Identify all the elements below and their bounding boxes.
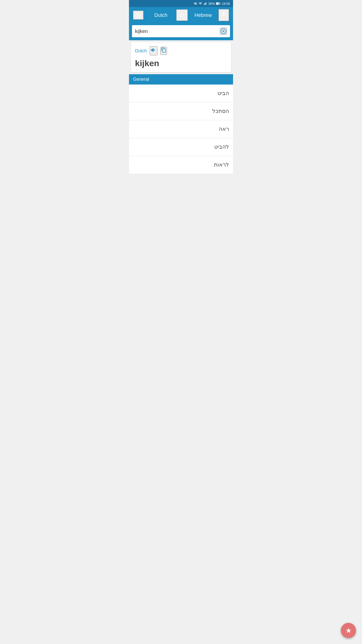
clear-button[interactable] [220, 28, 227, 35]
translation-item[interactable]: הביט [129, 85, 233, 102]
translation-item[interactable]: ראה [129, 120, 233, 138]
section-header: General [129, 74, 233, 85]
mic-icon [221, 12, 227, 17]
section-title: General [133, 77, 149, 82]
swap-languages-button[interactable] [176, 9, 188, 21]
svg-rect-2 [220, 3, 220, 4]
clear-icon [220, 28, 227, 34]
copy-icon [161, 47, 166, 53]
hamburger-button[interactable] [133, 11, 144, 20]
listen-button[interactable] [150, 46, 157, 55]
status-bar: 36% 19:56 [129, 0, 233, 7]
battery-percent: 36% [208, 2, 215, 6]
app-bar: Dutch Hebrew [129, 7, 233, 23]
source-word: kijken [135, 58, 227, 68]
translation-list: הביטהסתכלראהלהביטלראות [129, 85, 233, 174]
mic-button[interactable] [218, 9, 229, 21]
card-language: Dutch [135, 48, 147, 54]
status-icons: 36% 19:56 [194, 2, 230, 6]
copy-button[interactable] [160, 47, 167, 55]
search-bar [129, 23, 233, 40]
source-language[interactable]: Dutch [146, 12, 176, 18]
battery-icon [216, 2, 220, 5]
search-input[interactable] [135, 28, 220, 34]
mute-icon [194, 2, 197, 5]
swap-icon [179, 12, 185, 18]
status-time: 19:56 [222, 2, 230, 6]
svg-rect-1 [216, 3, 219, 5]
search-input-wrapper [132, 25, 230, 37]
translation-item[interactable]: להביט [129, 138, 233, 156]
target-language[interactable]: Hebrew [188, 12, 218, 18]
translation-item[interactable]: הסתכל [129, 102, 233, 120]
volume-icon [150, 47, 157, 53]
signal-bars-icon [203, 2, 207, 5]
translation-item[interactable]: לראות [129, 156, 233, 174]
signal-icon [199, 2, 202, 5]
translation-card: Dutch kijken [131, 42, 231, 72]
card-header: Dutch [135, 46, 227, 55]
